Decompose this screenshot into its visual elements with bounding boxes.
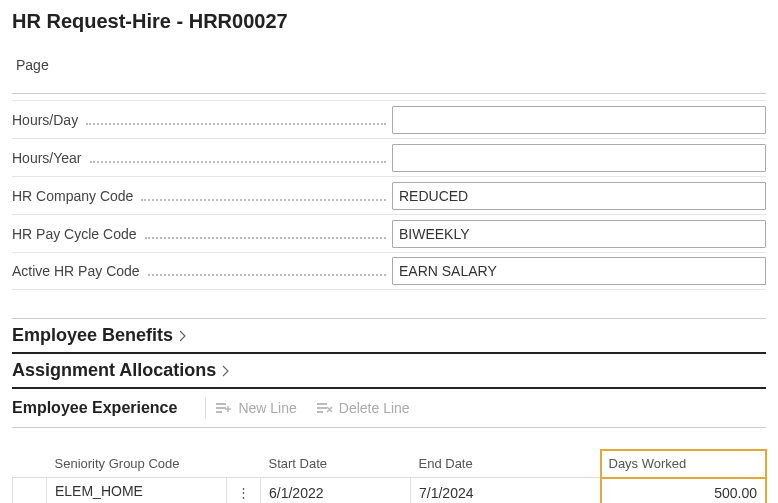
new-line-label: New Line — [238, 400, 296, 416]
chevron-right-icon — [222, 365, 230, 377]
section-employee-benefits[interactable]: Employee Benefits — [12, 319, 766, 352]
field-label-hours-day: Hours/Day — [12, 112, 392, 128]
experience-table: Seniority Group Code Start Date End Date… — [12, 450, 766, 503]
hours-year-input[interactable] — [392, 144, 766, 172]
table-header-row: Seniority Group Code Start Date End Date… — [13, 450, 766, 478]
delete-line-icon — [317, 401, 333, 415]
field-label-hr-company-code: HR Company Code — [12, 188, 392, 204]
section-assignment-allocations[interactable]: Assignment Allocations — [12, 354, 766, 387]
new-line-button[interactable]: New Line — [216, 400, 296, 416]
section-employee-experience-label: Employee Experience — [12, 399, 195, 417]
svg-rect-4 — [317, 407, 327, 409]
section-assignment-allocations-label: Assignment Allocations — [12, 360, 216, 381]
row-actions-button[interactable]: ⋮ — [227, 478, 260, 503]
svg-rect-2 — [216, 411, 222, 413]
field-label-hours-year: Hours/Year — [12, 150, 392, 166]
section-employee-benefits-label: Employee Benefits — [12, 325, 173, 346]
field-hours-day: Hours/Day — [12, 100, 766, 138]
field-hours-year: Hours/Year — [12, 138, 766, 176]
svg-rect-0 — [216, 403, 226, 405]
hr-pay-cycle-code-input[interactable] — [392, 220, 766, 248]
svg-rect-5 — [317, 411, 323, 413]
col-header-days-worked[interactable]: Days Worked — [601, 450, 766, 478]
hr-company-code-input[interactable] — [392, 182, 766, 210]
cell-start-date[interactable]: 6/1/2022 — [261, 481, 410, 504]
hours-day-input[interactable] — [392, 106, 766, 134]
svg-rect-3 — [317, 403, 327, 405]
cell-end-date[interactable]: 7/1/2024 — [411, 481, 600, 504]
fields-block: Hours/Day Hours/Year HR Company Code HR … — [12, 100, 766, 290]
delete-line-label: Delete Line — [339, 400, 410, 416]
field-active-hr-pay-code: Active HR Pay Code — [12, 252, 766, 290]
section-employee-experience: Employee Experience New Line Delete Line — [12, 389, 766, 428]
active-hr-pay-code-input[interactable] — [392, 257, 766, 285]
chevron-right-icon — [179, 330, 187, 342]
cell-seniority-group-code[interactable]: ELEM_HOME — [47, 478, 226, 503]
cell-days-worked[interactable]: 500.00 — [601, 481, 765, 504]
new-line-icon — [216, 401, 232, 415]
col-header-seniority[interactable]: Seniority Group Code — [47, 450, 227, 478]
col-header-end-date[interactable]: End Date — [411, 450, 601, 478]
page-title: HR Request-Hire - HRR00027 — [12, 10, 766, 33]
vertical-dots-icon: ⋮ — [237, 485, 251, 500]
field-hr-pay-cycle-code: HR Pay Cycle Code — [12, 214, 766, 252]
table-row[interactable]: ELEM_HOME ⋮ 6/1/2022 7/1/2024 500.00 — [13, 478, 766, 504]
field-label-active-hr-pay-code: Active HR Pay Code — [12, 263, 392, 279]
delete-line-button[interactable]: Delete Line — [317, 400, 410, 416]
svg-rect-1 — [216, 407, 226, 409]
col-header-start-date[interactable]: Start Date — [261, 450, 411, 478]
field-label-hr-pay-cycle-code: HR Pay Cycle Code — [12, 226, 392, 242]
divider — [205, 397, 206, 419]
page-breadcrumb: Page — [12, 51, 766, 94]
row-select-handle[interactable] — [13, 478, 47, 504]
field-hr-company-code: HR Company Code — [12, 176, 766, 214]
